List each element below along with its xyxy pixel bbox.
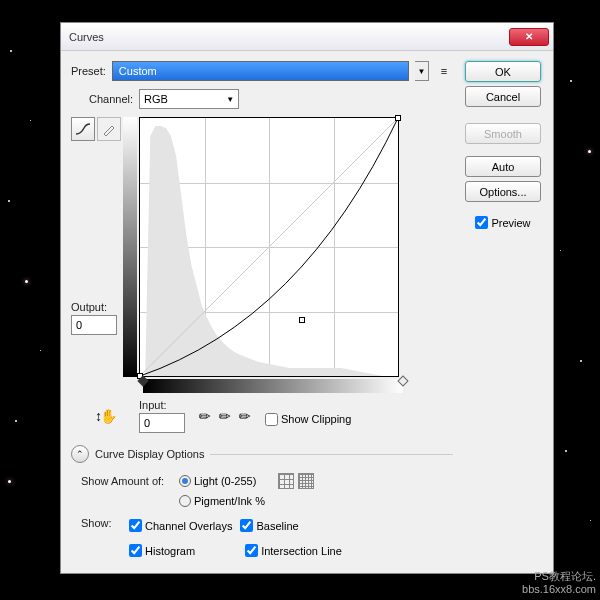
- output-field[interactable]: 0: [71, 315, 117, 335]
- preset-menu-icon[interactable]: ≡: [435, 65, 453, 77]
- intersection-checkbox[interactable]: Intersection Line: [245, 544, 342, 557]
- divider: [210, 454, 453, 455]
- ok-button[interactable]: OK: [465, 61, 541, 82]
- auto-button[interactable]: Auto: [465, 156, 541, 177]
- curves-dialog: Curves ✕ Preset: Custom ▼ ≡ Channel: RGB…: [60, 22, 554, 574]
- preset-dropdown-icon[interactable]: ▼: [415, 61, 429, 81]
- grid-fine-icon[interactable]: [298, 473, 314, 489]
- gray-eyedropper-icon[interactable]: ✎: [215, 406, 235, 426]
- collapse-options-button[interactable]: ⌃: [71, 445, 89, 463]
- pencil-tool[interactable]: [97, 117, 121, 141]
- input-gradient: [143, 379, 403, 393]
- channel-overlays-checkbox[interactable]: Channel Overlays: [129, 519, 232, 532]
- target-adjust-tool[interactable]: ↕✋: [95, 408, 115, 424]
- black-eyedropper-icon[interactable]: ✎: [195, 406, 215, 426]
- curve-plot[interactable]: [139, 117, 399, 377]
- pigment-radio[interactable]: Pigment/Ink %: [179, 495, 265, 507]
- output-label: Output:: [71, 301, 107, 313]
- titlebar[interactable]: Curves ✕: [61, 23, 553, 51]
- preset-label: Preset:: [71, 65, 106, 77]
- show-clipping-checkbox[interactable]: Show Clipping: [265, 413, 351, 426]
- input-field[interactable]: 0: [139, 413, 185, 433]
- baseline-checkbox[interactable]: Baseline: [240, 519, 298, 532]
- histogram-checkbox[interactable]: Histogram: [129, 544, 195, 557]
- input-label: Input:: [139, 399, 185, 411]
- curve-svg: [140, 118, 398, 376]
- white-eyedropper-icon[interactable]: ✎: [235, 406, 255, 426]
- curve-handle-mid[interactable]: [299, 317, 305, 323]
- curve-display-options-label: Curve Display Options: [95, 448, 204, 460]
- grid-coarse-icon[interactable]: [278, 473, 294, 489]
- options-button[interactable]: Options...: [465, 181, 541, 202]
- channel-select[interactable]: RGB▼: [139, 89, 239, 109]
- light-radio[interactable]: Light (0-255): [179, 475, 256, 487]
- show-label: Show:: [81, 517, 121, 529]
- preview-checkbox[interactable]: Preview: [475, 216, 530, 229]
- curve-handle-white[interactable]: [395, 115, 401, 121]
- svg-line-0: [140, 118, 398, 376]
- cancel-button[interactable]: Cancel: [465, 86, 541, 107]
- preset-select[interactable]: Custom: [112, 61, 409, 81]
- show-amount-label: Show Amount of:: [81, 475, 171, 487]
- dialog-title: Curves: [69, 31, 509, 43]
- curve-tool[interactable]: [71, 117, 95, 141]
- white-slider[interactable]: [397, 375, 408, 386]
- output-gradient: [123, 117, 137, 377]
- channel-label: Channel:: [89, 93, 133, 105]
- close-button[interactable]: ✕: [509, 28, 549, 46]
- smooth-button[interactable]: Smooth: [465, 123, 541, 144]
- watermark: PS教程论坛.bbs.16xx8.com: [522, 570, 596, 596]
- chevron-down-icon: ▼: [226, 95, 234, 104]
